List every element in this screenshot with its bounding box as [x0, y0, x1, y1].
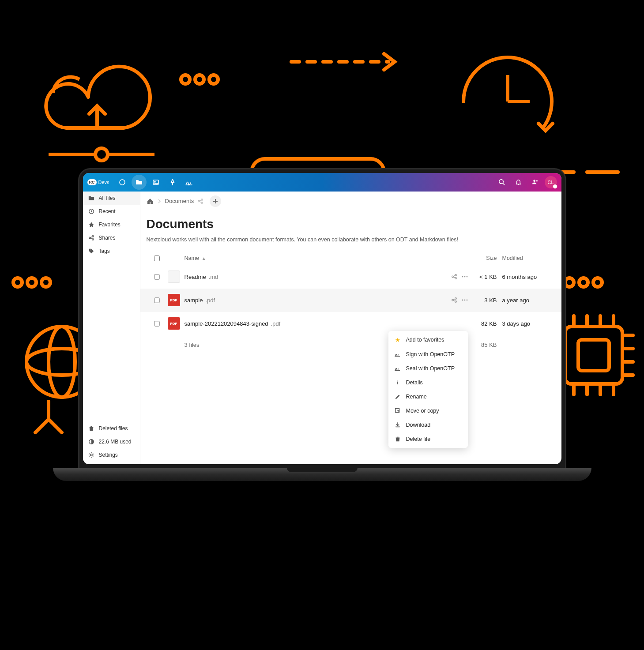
storage-icon: [88, 439, 94, 445]
file-modified: a year ago: [502, 297, 555, 304]
sidebar-item-tags[interactable]: Tags: [83, 244, 140, 258]
sidebar-item-favorites[interactable]: Favorites: [83, 218, 140, 231]
file-size: 3 KB: [468, 297, 502, 304]
tag-icon: [88, 248, 94, 254]
file-row[interactable]: PDFsample-20221202094843-signed.pdf82 KB…: [140, 312, 561, 335]
signature-icon: [395, 365, 401, 372]
file-checkbox[interactable]: [154, 297, 159, 303]
activity-icon[interactable]: [165, 175, 180, 190]
svg-line-55: [503, 183, 505, 185]
notifications-icon[interactable]: [511, 175, 526, 190]
file-modified: 3 days ago: [502, 320, 555, 327]
svg-point-3: [195, 75, 204, 84]
svg-line-78: [453, 277, 455, 278]
sidebar-item-shares[interactable]: Shares: [83, 231, 140, 244]
files-icon[interactable]: [132, 175, 147, 190]
svg-point-61: [92, 238, 94, 240]
file-checkbox[interactable]: [154, 274, 159, 279]
star-icon: ★: [395, 337, 401, 343]
sidebar-item-settings[interactable]: Settings: [83, 448, 140, 462]
svg-point-49: [120, 180, 125, 185]
storage-label: 22.6 MB used: [99, 439, 132, 445]
svg-line-27: [49, 419, 62, 432]
svg-point-21: [41, 278, 50, 287]
svg-point-1: [95, 148, 108, 161]
contacts-icon[interactable]: [528, 175, 543, 190]
svg-point-20: [27, 278, 36, 287]
sort-asc-icon: ▲: [202, 256, 206, 261]
svg-point-83: [455, 298, 456, 300]
brand-suffix: Devs: [98, 180, 109, 185]
file-list-header: Name▲ Size Modified: [140, 252, 561, 265]
menu-download[interactable]: Download: [388, 418, 468, 432]
more-icon[interactable]: [462, 276, 468, 278]
folder-description: Nextcloud works well with all the common…: [147, 236, 470, 244]
user-avatar[interactable]: CL: [545, 176, 557, 188]
svg-point-66: [90, 454, 92, 455]
svg-point-82: [452, 300, 453, 301]
download-icon: [395, 422, 401, 428]
menu-details[interactable]: Details: [388, 376, 468, 390]
file-summary-row: 3 files 85 KB: [140, 335, 561, 354]
svg-point-64: [90, 249, 90, 250]
menu-move-copy[interactable]: Move or copy: [388, 404, 468, 418]
svg-point-59: [89, 237, 90, 239]
dashboard-icon[interactable]: [115, 175, 130, 190]
svg-point-56: [533, 180, 535, 182]
search-icon[interactable]: [494, 175, 509, 190]
sidebar-item-label: Shares: [99, 235, 116, 241]
svg-point-28: [565, 278, 574, 287]
svg-point-30: [593, 278, 602, 287]
file-row[interactable]: Readme.md< 1 KB6 months ago: [140, 265, 561, 289]
svg-point-69: [201, 202, 203, 203]
svg-point-2: [181, 75, 190, 84]
share-icon[interactable]: [451, 297, 457, 303]
more-icon[interactable]: [462, 299, 468, 301]
photos-icon[interactable]: [148, 175, 163, 190]
file-name[interactable]: sample-20221202094843-signed.pdf: [185, 320, 433, 327]
menu-sign-openotp[interactable]: Sign with OpenOTP: [388, 347, 468, 361]
svg-point-19: [13, 278, 22, 287]
laptop-frame: RC Devs CL All files Recent Favorites Sh…: [79, 169, 565, 481]
file-context-menu: ★Add to favorites Sign with OpenOTP Seal…: [388, 331, 468, 448]
menu-seal-openotp[interactable]: Seal with OpenOTP: [388, 361, 468, 376]
svg-line-62: [90, 237, 92, 237]
sidebar-item-label: All files: [99, 195, 116, 201]
svg-point-54: [499, 180, 503, 184]
breadcrumb-home-icon[interactable]: [147, 198, 154, 205]
svg-point-84: [455, 301, 456, 303]
svg-point-89: [466, 300, 467, 301]
brand-logo: RC Devs: [87, 179, 109, 185]
sidebar-item-all-files[interactable]: All files: [83, 192, 140, 205]
sign-app-icon[interactable]: [182, 175, 197, 190]
sidebar-item-deleted[interactable]: Deleted files: [83, 422, 140, 435]
trash-icon: [395, 436, 401, 442]
column-size-header[interactable]: Size: [468, 255, 502, 261]
svg-point-68: [201, 199, 203, 200]
file-row[interactable]: PDFsample.pdf3 KBa year ago: [140, 289, 561, 312]
share-icon[interactable]: [451, 274, 457, 280]
breadcrumb-current[interactable]: Documents: [165, 198, 194, 204]
new-button[interactable]: [210, 195, 221, 207]
sidebar-item-label: Recent: [99, 208, 116, 214]
sidebar: All files Recent Favorites Shares Tags D…: [83, 192, 140, 464]
sidebar-item-recent[interactable]: Recent: [83, 205, 140, 218]
trash-icon: [88, 425, 94, 432]
svg-point-67: [198, 200, 200, 202]
menu-rename[interactable]: Rename: [388, 390, 468, 404]
breadcrumb-share-icon[interactable]: [197, 198, 203, 204]
sidebar-item-storage: 22.6 MB used: [83, 435, 140, 448]
file-checkbox[interactable]: [154, 321, 159, 326]
clock-icon: [88, 208, 94, 214]
column-modified-header[interactable]: Modified: [502, 255, 555, 261]
file-name[interactable]: sample.pdf: [185, 297, 433, 304]
file-name[interactable]: Readme.md: [185, 274, 433, 280]
svg-line-85: [453, 299, 455, 300]
svg-point-4: [209, 75, 218, 84]
menu-delete[interactable]: Delete file: [388, 432, 468, 446]
select-all-checkbox[interactable]: [154, 255, 160, 261]
app-topbar: RC Devs CL: [83, 173, 561, 192]
file-modified: 6 months ago: [502, 274, 555, 280]
menu-add-favorites[interactable]: ★Add to favorites: [388, 333, 468, 347]
column-name-header[interactable]: Name▲: [185, 255, 433, 261]
